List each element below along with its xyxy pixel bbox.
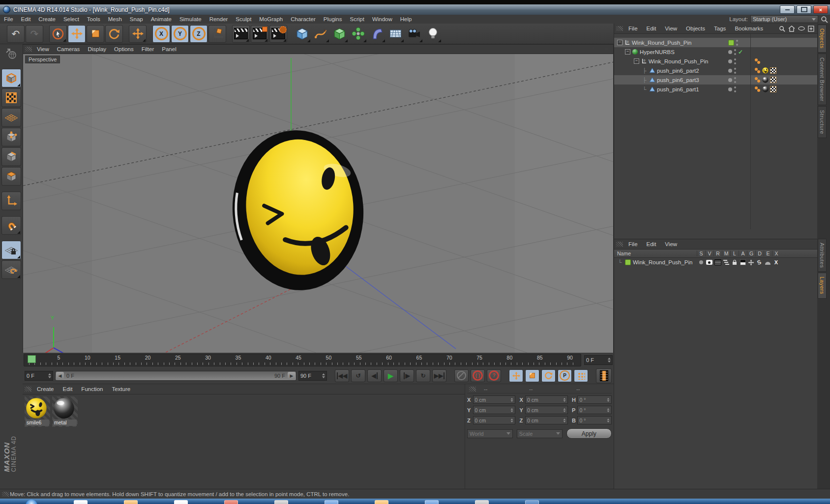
drag-handle[interactable] [616, 26, 623, 31]
move-tool-button[interactable] [68, 25, 86, 43]
material-menu-edit[interactable]: Edit [59, 386, 77, 392]
metal-material-tag[interactable] [762, 77, 769, 83]
layout-dropdown[interactable]: Startup (User) [750, 15, 818, 23]
layer-color-chip[interactable] [625, 259, 631, 265]
viewport-menu-options[interactable]: Options [110, 46, 138, 52]
visibility-dots-icon[interactable] [734, 67, 736, 74]
render-settings-button[interactable] [269, 25, 287, 43]
taskbar-item[interactable] [124, 500, 138, 504]
material-metal[interactable]: metal [52, 396, 78, 427]
lm-menu-edit[interactable]: Edit [642, 241, 661, 247]
lm-menu-view[interactable]: View [660, 241, 682, 247]
material-menu-texture[interactable]: Texture [107, 386, 135, 392]
lock-x-axis-button[interactable]: X [152, 25, 170, 43]
goto-start-button[interactable]: ◀◀ [335, 369, 349, 382]
snap-button[interactable] [1, 216, 21, 235]
smiley-material-tag[interactable] [762, 67, 769, 74]
record-scale-button[interactable] [525, 369, 539, 382]
search-icon[interactable] [779, 26, 785, 32]
tab-structure[interactable]: Structure [818, 106, 827, 138]
om-menu-file[interactable]: File [624, 26, 642, 31]
add-spline-button[interactable] [312, 25, 329, 43]
visibility-dots-icon[interactable] [734, 77, 736, 84]
visibility-dots-icon[interactable] [736, 39, 738, 46]
motion-mode-button[interactable] [596, 368, 612, 383]
manager-icon[interactable] [723, 260, 729, 265]
menu-tools[interactable]: Tools [83, 16, 104, 22]
title-bar[interactable]: CINEMA 4D R14.014 Studio - [Wink_Round_P… [0, 4, 830, 15]
viewport-rotate-icon[interactable]: ↻ [591, 46, 598, 53]
uvw-tag-icon[interactable] [770, 77, 776, 83]
pos-x-field[interactable]: 0 cm [473, 395, 516, 404]
apply-button[interactable]: Apply [566, 428, 612, 439]
lm-menu-file[interactable]: File [624, 241, 642, 247]
workplane-mode-button[interactable] [1, 108, 21, 127]
om-menu-view[interactable]: View [660, 26, 682, 31]
menu-mesh[interactable]: Mesh [104, 16, 126, 22]
om-menu-tags[interactable]: Tags [710, 26, 730, 31]
size-mode-dropdown[interactable]: Scale [517, 429, 563, 438]
start-orb-icon[interactable] [26, 500, 37, 504]
search-icon[interactable] [821, 16, 828, 23]
tree-row-part3[interactable]: ├ push_pin6_part3 [614, 75, 817, 84]
menu-script[interactable]: Script [346, 16, 368, 22]
rot-p-field[interactable]: 0 ° [577, 406, 612, 414]
enable-dot[interactable] [728, 87, 732, 91]
stepper-icon[interactable] [48, 372, 51, 380]
render-to-picture-viewer-button[interactable] [251, 25, 268, 43]
lock-z-axis-button[interactable]: Z [190, 25, 208, 43]
enable-dot[interactable] [728, 59, 732, 63]
add-hypernurbs-button[interactable] [330, 25, 348, 43]
stepper-icon[interactable] [608, 356, 611, 364]
phong-tag-icon[interactable] [754, 86, 761, 92]
enable-axis-button[interactable] [1, 192, 21, 210]
coordinate-system-button[interactable] [208, 25, 226, 43]
next-key-button[interactable]: ↻ [416, 369, 430, 382]
edges-mode-button[interactable] [1, 147, 21, 166]
workplane-align-button[interactable] [1, 260, 21, 279]
menu-edit[interactable]: Edit [17, 16, 35, 22]
undo-button[interactable]: ↶ [7, 25, 25, 43]
menu-simulate[interactable]: Simulate [176, 16, 206, 22]
viewport-menu-view[interactable]: View [33, 46, 53, 52]
add-deformer-button[interactable] [368, 25, 385, 43]
pos-z-field[interactable]: 0 cm [473, 416, 516, 424]
animation-icon[interactable] [740, 259, 746, 265]
taskbar-item[interactable] [174, 500, 188, 504]
taskbar-item[interactable] [224, 500, 238, 504]
visibility-dots-icon[interactable] [734, 49, 736, 56]
taskbar-item[interactable] [74, 500, 88, 504]
record-active-objects-button[interactable] [454, 369, 469, 382]
keyframe-selection-button[interactable]: ? [487, 369, 501, 382]
render-icon[interactable] [714, 259, 721, 265]
drag-handle[interactable] [469, 387, 476, 392]
windows-taskbar[interactable] [0, 499, 830, 504]
tab-attributes[interactable]: Attributes [818, 239, 827, 272]
om-menu-edit[interactable]: Edit [642, 26, 661, 31]
minimize-button[interactable] [780, 5, 795, 14]
stepper-icon[interactable] [322, 372, 325, 380]
tree-row-wink-child[interactable]: − 0 Wink_Round_Push_Pin [614, 56, 817, 66]
taskbar-item[interactable] [375, 500, 388, 504]
timeline-frame-field[interactable]: 0 F [584, 355, 613, 365]
polygons-mode-button[interactable] [1, 167, 21, 186]
close-button[interactable]: × [813, 5, 828, 14]
visibility-dots-icon[interactable] [734, 58, 736, 65]
menu-render[interactable]: Render [206, 16, 232, 22]
uvw-tag-icon[interactable] [770, 86, 776, 92]
record-position-button[interactable] [509, 369, 523, 382]
add-array-button[interactable] [349, 25, 367, 43]
live-selection-button[interactable] [49, 25, 67, 43]
viewport-pan-icon[interactable] [568, 46, 575, 53]
lock-y-axis-button[interactable]: Y [171, 25, 189, 43]
pos-y-field[interactable]: 0 cm [473, 406, 516, 414]
tab-layers[interactable]: Layers [818, 273, 827, 298]
menu-mograph[interactable]: MoGraph [255, 16, 287, 22]
previous-frame-button[interactable]: ◀ [367, 369, 382, 382]
lock-icon[interactable] [733, 262, 737, 265]
collapse-icon[interactable]: − [634, 58, 639, 64]
metal-material-tag[interactable] [762, 86, 769, 92]
maximize-button[interactable] [797, 5, 811, 14]
viewport-menu-panel[interactable]: Panel [158, 46, 180, 52]
rotate-tool-button[interactable] [105, 25, 123, 43]
